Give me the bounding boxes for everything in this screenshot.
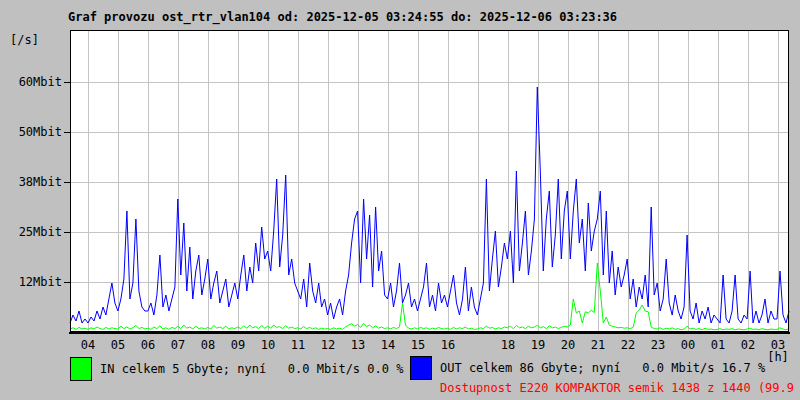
in-legend-text: IN celkem 5 Gbyte; nyní 0.0 Mbit/s 0.0 % [100, 362, 403, 376]
hour-label: 22 [613, 338, 643, 352]
y-tick-label: 38Mbit [6, 175, 62, 189]
hour-label: 05 [103, 338, 133, 352]
hour-label: 06 [133, 338, 163, 352]
hour-label: 11 [283, 338, 313, 352]
hour-label: 15 [403, 338, 433, 352]
y-tick-label: 50Mbit [6, 125, 62, 139]
y-tick-label: 60Mbit [6, 75, 62, 89]
hour-label: 14 [373, 338, 403, 352]
hour-label: 01 [703, 338, 733, 352]
availability-text: Dostupnost E220 KOMPAKTOR semik 1438 z 1… [440, 381, 800, 395]
hour-label: 02 [733, 338, 763, 352]
hour-label: 08 [193, 338, 223, 352]
hour-label: 18 [493, 338, 523, 352]
hour-label: 23 [643, 338, 673, 352]
out-legend-text: OUT celkem 86 Gbyte; nyní 0.0 Mbit/s 16.… [440, 361, 765, 375]
y-tick-label: 25Mbit [6, 225, 62, 239]
x-axis-unit-label: [h] [763, 350, 793, 364]
hour-label: 04 [73, 338, 103, 352]
hour-label: 07 [163, 338, 193, 352]
mrtg-traffic-graph-window: Graf provozu ost_rtr_vlan104 od: 2025-12… [0, 0, 800, 400]
y-tick-label: 12Mbit [6, 275, 62, 289]
hour-label: 00 [673, 338, 703, 352]
hour-label: 09 [223, 338, 253, 352]
out-legend-swatch [410, 356, 432, 380]
hour-label: 12 [313, 338, 343, 352]
hour-label: 20 [553, 338, 583, 352]
hour-label: 21 [583, 338, 613, 352]
hour-label: 10 [253, 338, 283, 352]
in-legend-swatch [70, 357, 92, 381]
hour-label: 16 [433, 338, 463, 352]
hour-label: 19 [523, 338, 553, 352]
plot-background [70, 30, 789, 332]
hour-label: 13 [343, 338, 373, 352]
